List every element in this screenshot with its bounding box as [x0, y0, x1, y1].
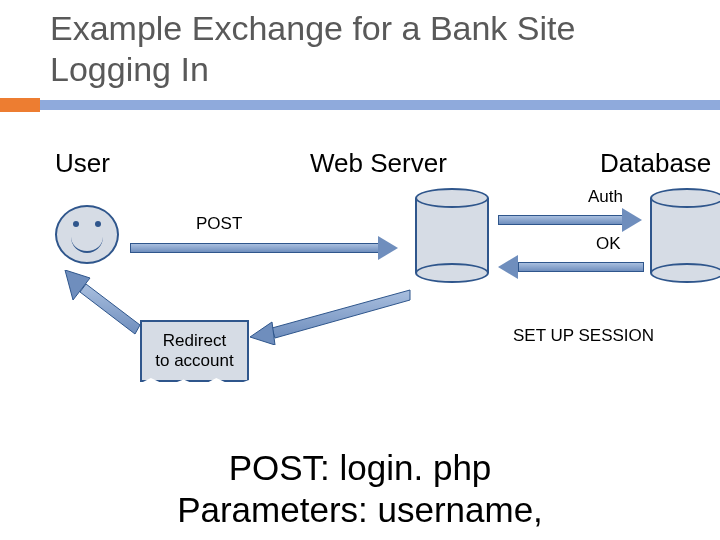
- column-webserver-label: Web Server: [310, 148, 447, 179]
- title-line-2: Logging In: [50, 49, 575, 90]
- label-auth: Auth: [588, 187, 623, 207]
- arrow-post: [130, 236, 400, 260]
- svg-marker-2: [80, 284, 140, 334]
- arrow-redirect-to-user-icon: [55, 270, 145, 340]
- label-setup-session: SET UP SESSION: [513, 326, 654, 346]
- title-accent: [0, 98, 40, 112]
- footer-line-2: Parameters: username,: [0, 490, 720, 530]
- title-underline: [0, 100, 720, 110]
- database-cylinder-icon: [650, 198, 720, 273]
- label-post: POST: [196, 214, 242, 234]
- svg-marker-1: [250, 322, 275, 345]
- footer-line-1: POST: login. php: [0, 448, 720, 488]
- redirect-box: Redirect to account: [140, 320, 249, 382]
- redirect-line-1: Redirect: [155, 331, 233, 351]
- column-database-label: Database: [600, 148, 711, 179]
- arrow-ok: [498, 255, 643, 279]
- webserver-cylinder-icon: [415, 198, 485, 273]
- user-smiley-icon: [55, 205, 119, 264]
- column-user-label: User: [55, 148, 110, 179]
- arrow-server-to-redirect-icon: [250, 285, 420, 345]
- arrow-auth: [498, 208, 643, 232]
- slide-title: Example Exchange for a Bank Site Logging…: [50, 8, 575, 90]
- redirect-line-2: to account: [155, 351, 233, 371]
- title-line-1: Example Exchange for a Bank Site: [50, 8, 575, 49]
- slide: Example Exchange for a Bank Site Logging…: [0, 0, 720, 540]
- label-ok: OK: [596, 234, 621, 254]
- svg-marker-0: [272, 290, 410, 338]
